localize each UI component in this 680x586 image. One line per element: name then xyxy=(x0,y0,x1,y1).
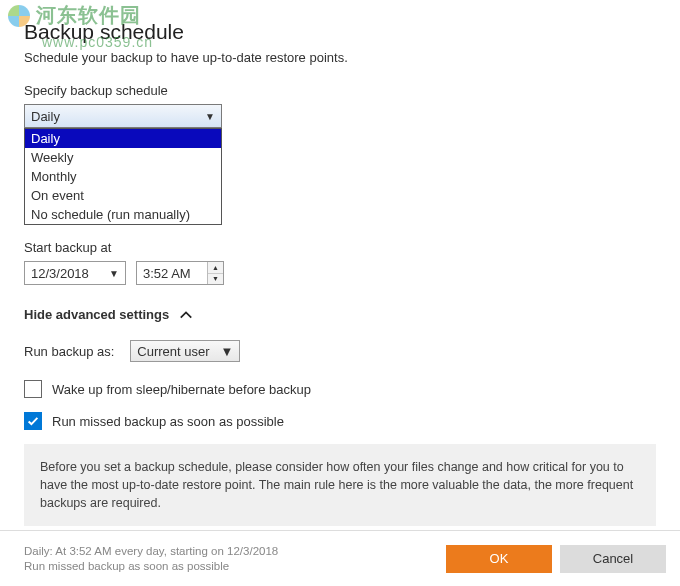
page-title: Backup schedule xyxy=(24,20,656,44)
schedule-label: Specify backup schedule xyxy=(24,83,656,98)
cancel-button[interactable]: Cancel xyxy=(560,545,666,573)
time-spinner[interactable]: ▲ ▼ xyxy=(207,262,223,284)
chevron-down-icon: ▼ xyxy=(105,268,123,279)
summary-line-2: Run missed backup as soon as possible xyxy=(24,559,438,574)
schedule-option-weekly[interactable]: Weekly xyxy=(25,148,221,167)
start-date-input[interactable]: 12/3/2018 ▼ xyxy=(24,261,126,285)
schedule-option-monthly[interactable]: Monthly xyxy=(25,167,221,186)
schedule-select-value: Daily xyxy=(31,109,60,124)
run-as-value: Current user xyxy=(137,344,209,359)
chevron-down-icon: ▼ xyxy=(205,111,215,122)
schedule-option-on-event[interactable]: On event xyxy=(25,186,221,205)
summary-line-1: Daily: At 3:52 AM every day, starting on… xyxy=(24,544,438,559)
advanced-settings-toggle[interactable]: Hide advanced settings xyxy=(24,307,656,322)
spinner-down-icon[interactable]: ▼ xyxy=(208,274,223,285)
info-box: Before you set a backup schedule, please… xyxy=(24,444,656,526)
advanced-toggle-label: Hide advanced settings xyxy=(24,307,169,322)
run-as-label: Run backup as: xyxy=(24,344,114,359)
start-time-input[interactable]: 3:52 AM ▲ ▼ xyxy=(136,261,224,285)
wake-checkbox[interactable] xyxy=(24,380,42,398)
chevron-up-icon xyxy=(179,308,193,322)
spinner-up-icon[interactable]: ▲ xyxy=(208,262,223,274)
schedule-option-daily[interactable]: Daily xyxy=(25,129,221,148)
run-as-select[interactable]: Current user ▼ xyxy=(130,340,240,362)
footer: Daily: At 3:52 AM every day, starting on… xyxy=(0,530,680,586)
missed-label: Run missed backup as soon as possible xyxy=(52,414,284,429)
start-backup-label: Start backup at xyxy=(24,240,656,255)
schedule-option-no-schedule[interactable]: No schedule (run manually) xyxy=(25,205,221,224)
page-subtitle: Schedule your backup to have up-to-date … xyxy=(24,50,656,65)
schedule-dropdown: Daily Weekly Monthly On event No schedul… xyxy=(24,128,222,225)
start-date-value: 12/3/2018 xyxy=(31,266,89,281)
schedule-select[interactable]: Daily ▼ xyxy=(24,104,222,128)
footer-summary: Daily: At 3:52 AM every day, starting on… xyxy=(24,544,438,574)
missed-checkbox[interactable] xyxy=(24,412,42,430)
ok-button[interactable]: OK xyxy=(446,545,552,573)
start-time-value: 3:52 AM xyxy=(143,266,191,281)
wake-label: Wake up from sleep/hibernate before back… xyxy=(52,382,311,397)
chevron-down-icon: ▼ xyxy=(220,344,233,359)
